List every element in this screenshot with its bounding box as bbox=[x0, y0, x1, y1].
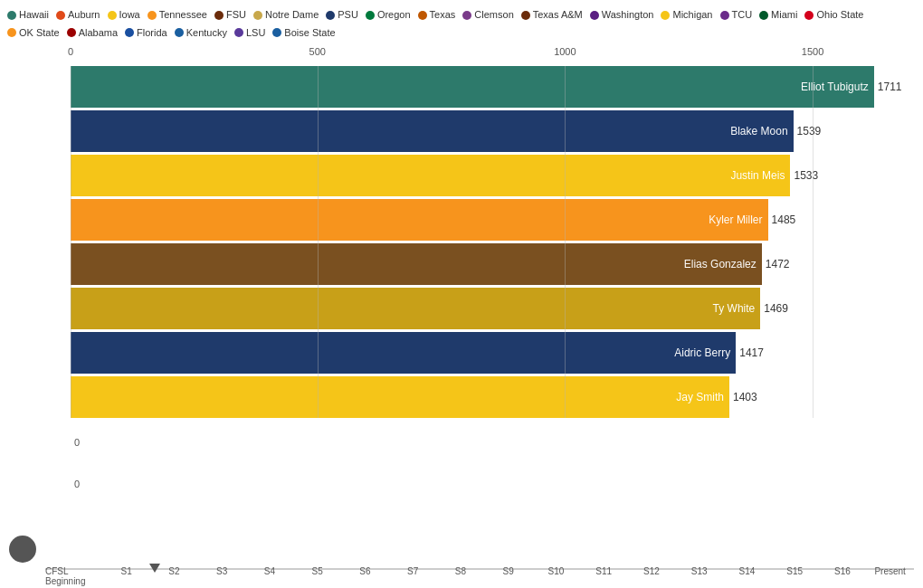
legend-label: Miami bbox=[771, 7, 797, 24]
legend-item-ohio-state[interactable]: Ohio State bbox=[804, 7, 863, 24]
legend-dot-ok-state bbox=[7, 28, 16, 37]
bar-name-label: Blake Moon bbox=[730, 125, 787, 138]
x-label-s12: S12 bbox=[628, 566, 676, 586]
x-label-s15: S15 bbox=[771, 566, 819, 586]
bar-value-label: 1472 bbox=[766, 258, 790, 270]
legend-dot-texas bbox=[418, 11, 427, 20]
legend-item-alabama[interactable]: Alabama bbox=[67, 25, 118, 42]
legend-dot-psu bbox=[326, 11, 335, 20]
legend-label: Texas A&M bbox=[533, 7, 583, 24]
legend-dot-oregon bbox=[366, 11, 375, 20]
legend-dot-tcu bbox=[720, 11, 729, 20]
x-label-s14: S14 bbox=[723, 566, 771, 586]
legend-dot-lsu bbox=[234, 28, 243, 37]
legend-item-washington[interactable]: Washington bbox=[590, 7, 654, 24]
bar-row-0: Elliot Tubigutz1711 bbox=[71, 66, 916, 108]
legend-dot-notre-dame bbox=[253, 11, 262, 20]
x-label-s8: S8 bbox=[437, 566, 485, 586]
legend-label: Boise State bbox=[284, 25, 335, 42]
bar-value-label: 1533 bbox=[794, 169, 818, 182]
bar-value-label: 1539 bbox=[797, 125, 822, 138]
bar-1: Blake Moon bbox=[71, 110, 794, 152]
legend-item-kentucky[interactable]: Kentucky bbox=[175, 25, 227, 42]
legend-dot-florida bbox=[125, 28, 134, 37]
bar-name-label: Aidric Berry bbox=[674, 346, 730, 359]
legend-item-notre-dame[interactable]: Notre Dame bbox=[253, 7, 319, 24]
legend-label: Iowa bbox=[119, 7, 140, 24]
legend-item-miami[interactable]: Miami bbox=[759, 7, 797, 24]
legend-dot-michigan bbox=[661, 11, 670, 20]
empty-label-1: 0 bbox=[74, 437, 80, 448]
legend-dot-washington bbox=[590, 11, 599, 20]
legend-label: Tennessee bbox=[159, 7, 207, 24]
legend-label: TCU bbox=[732, 7, 753, 24]
legend-label: Hawaii bbox=[19, 7, 49, 24]
legend-item-texas-am[interactable]: Texas A&M bbox=[521, 7, 583, 24]
empty-label-2: 0 bbox=[74, 479, 80, 489]
legend-label: Alabama bbox=[79, 25, 118, 42]
legend-dot-miami bbox=[759, 11, 768, 20]
legend-label: Clemson bbox=[474, 7, 513, 24]
bar-name-label: Jay Smith bbox=[676, 391, 724, 403]
legend-item-hawaii[interactable]: Hawaii bbox=[7, 7, 49, 24]
bar-0: Elliot Tubigutz bbox=[71, 66, 874, 108]
axis-tick-0: 0 bbox=[68, 46, 73, 57]
bar-5: Ty White bbox=[71, 288, 760, 329]
empty-row-2: 0 bbox=[71, 463, 916, 505]
chart-area: 0 500 1000 1500 Elliot Tubigutz1711Blake… bbox=[7, 46, 916, 505]
legend-dot-fsu bbox=[214, 11, 224, 20]
x-label-s7: S7 bbox=[389, 566, 437, 586]
legend-item-ok-state[interactable]: OK State bbox=[7, 25, 60, 42]
bar-4: Elias Gonzalez bbox=[71, 243, 762, 285]
x-label-present: Present bbox=[866, 566, 914, 586]
bar-row-5: Ty White1469 bbox=[71, 288, 916, 329]
legend-item-boise-state[interactable]: Boise State bbox=[272, 25, 335, 42]
legend-item-auburn[interactable]: Auburn bbox=[56, 7, 100, 24]
x-label-s5: S5 bbox=[293, 566, 341, 586]
axis-tick-1500: 1500 bbox=[802, 46, 823, 57]
legend-items: HawaiiAuburnIowaTennesseeFSUNotre DamePS… bbox=[7, 7, 916, 41]
x-label-s9: S9 bbox=[484, 566, 532, 586]
bar-name-label: Elias Gonzalez bbox=[684, 258, 756, 270]
x-label-s13: S13 bbox=[675, 566, 723, 586]
x-label-s16: S16 bbox=[819, 566, 867, 586]
legend-label: Florida bbox=[137, 25, 167, 42]
legend-item-tennessee[interactable]: Tennessee bbox=[147, 7, 207, 24]
axis-tick-1000: 1000 bbox=[554, 46, 576, 57]
bar-3: Kyler Miller bbox=[71, 199, 768, 241]
bar-value-label: 1417 bbox=[739, 346, 764, 359]
legend-item-iowa[interactable]: Iowa bbox=[108, 7, 140, 24]
axis-tick-500: 500 bbox=[309, 46, 326, 57]
legend-item-oregon[interactable]: Oregon bbox=[366, 7, 411, 24]
play-pause-button[interactable] bbox=[9, 536, 36, 563]
bar-name-label: Elliot Tubigutz bbox=[801, 81, 869, 93]
legend-dot-auburn bbox=[56, 11, 65, 20]
legend-label: Oregon bbox=[377, 7, 411, 24]
legend-label: PSU bbox=[338, 7, 358, 24]
bar-value-label: 1469 bbox=[764, 302, 788, 315]
legend-label: LSU bbox=[246, 25, 265, 42]
legend-item-tcu[interactable]: TCU bbox=[720, 7, 753, 24]
x-label-cfsl-beginning: CFSL Beginning bbox=[45, 566, 102, 586]
legend-item-fsu[interactable]: FSU bbox=[214, 7, 246, 24]
legend-label: OK State bbox=[19, 25, 60, 42]
legend-item-florida[interactable]: Florida bbox=[125, 25, 167, 42]
legend-dot-boise-state bbox=[272, 28, 281, 37]
legend-dot-iowa bbox=[108, 11, 117, 20]
legend-item-lsu[interactable]: LSU bbox=[234, 25, 265, 42]
bar-value-label: 1485 bbox=[772, 213, 796, 226]
x-label-s2: S2 bbox=[150, 566, 198, 586]
legend-item-michigan[interactable]: Michigan bbox=[661, 7, 712, 24]
legend-dot-alabama bbox=[67, 28, 76, 37]
legend-label: Kentucky bbox=[186, 25, 227, 42]
axis-top: 0 500 1000 1500 bbox=[71, 46, 916, 62]
legend-item-texas[interactable]: Texas bbox=[418, 7, 456, 24]
bar-row-3: Kyler Miller1485 bbox=[71, 199, 916, 241]
legend-item-psu[interactable]: PSU bbox=[326, 7, 358, 24]
legend-label: Washington bbox=[602, 7, 654, 24]
legend-label: Notre Dame bbox=[265, 7, 319, 24]
legend-dot-clemson bbox=[462, 11, 471, 20]
legend-label: FSU bbox=[226, 7, 246, 24]
legend-item-clemson[interactable]: Clemson bbox=[462, 7, 513, 24]
x-label-s10: S10 bbox=[532, 566, 580, 586]
